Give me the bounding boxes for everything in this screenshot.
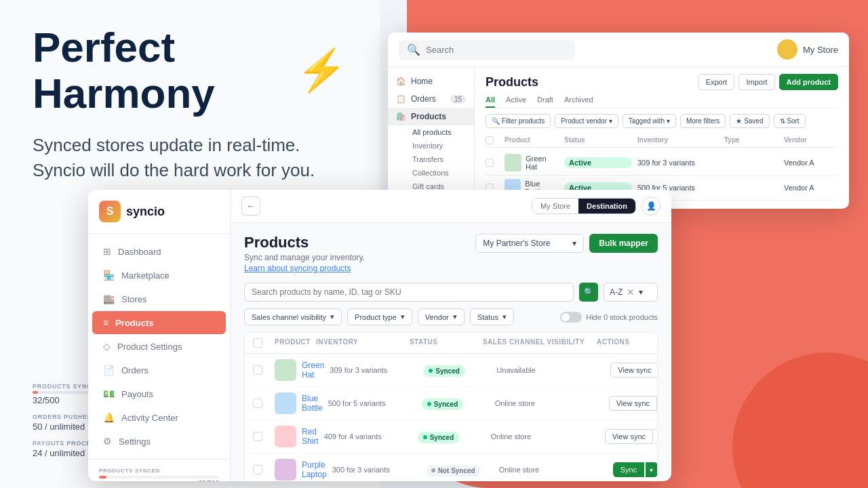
- product-row-2: Blue Bottle 500 for 5 variants Synced On…: [245, 387, 657, 420]
- syncio-search-input[interactable]: [252, 287, 566, 297]
- row1-product-name[interactable]: Green Hat: [302, 361, 324, 380]
- sidebar-item-stores[interactable]: 🏬 Stores: [92, 287, 226, 310]
- syncio-stats-panel: PRODUCTS SYNCED 32/500 ORDERS PUSHED 50 …: [88, 459, 230, 481]
- row4-channel: Online store: [499, 466, 608, 474]
- row2-checkbox[interactable]: [253, 399, 262, 408]
- row3-action-chevron[interactable]: ▾: [654, 429, 658, 444]
- sidebar-item-product-settings[interactable]: ◇ Product Settings: [92, 335, 226, 358]
- shopify-filter-vendor[interactable]: Product vendor ▾: [555, 114, 618, 128]
- row4-checkbox[interactable]: [253, 465, 262, 474]
- shopify-tab-all[interactable]: All: [486, 96, 495, 108]
- shopify-nav-products[interactable]: 🛍️ Products: [388, 108, 474, 125]
- row2-view-sync-btn[interactable]: View sync: [609, 396, 657, 411]
- syncio-logo-text: syncio: [126, 205, 165, 219]
- hide-zero-label: Hide 0 stock products: [586, 313, 658, 321]
- partner-store-select[interactable]: My Partner's Store ▾: [475, 234, 584, 253]
- shopify-sub-nav: All products Inventory Transfers Collect…: [388, 125, 474, 193]
- row4-action-chevron[interactable]: ▾: [646, 462, 658, 477]
- row1-channel: Unavailable: [496, 366, 605, 374]
- back-button[interactable]: ←: [241, 197, 260, 216]
- home-icon: 🏠: [396, 77, 406, 86]
- header-checkbox[interactable]: [253, 338, 262, 348]
- hero-title-block: Perfect Harmony ⚡: [33, 24, 347, 117]
- sidebar-stores-label: Stores: [121, 294, 147, 304]
- shopify-filter-tagged[interactable]: Tagged with ▾: [623, 114, 676, 128]
- sort-select[interactable]: A-Z ✕ ▾: [604, 283, 658, 302]
- shopify-add-product-button[interactable]: Add product: [779, 74, 838, 90]
- sidebar-item-settings[interactable]: ⚙ Settings: [92, 430, 226, 453]
- row3-product-name[interactable]: Red Shirt: [302, 427, 319, 446]
- bulk-mapper-button[interactable]: Bulk mapper: [589, 234, 658, 253]
- syncio-nav: ⊞ Dashboard 🏪 Marketplace 🏬 Stores ≡ Pro…: [88, 234, 230, 459]
- shopify-col-vendor: Vendor: [784, 136, 838, 144]
- col-actions: Actions: [597, 338, 658, 348]
- vendor-filter[interactable]: Vendor ▾: [418, 308, 465, 325]
- products-icon: ≡: [103, 317, 108, 328]
- row4-actions: Sync ▾: [613, 462, 658, 477]
- shopify-search-bar[interactable]: 🔍: [399, 40, 575, 60]
- syncio-search-button[interactable]: 🔍: [579, 283, 598, 302]
- shopify-header-checkbox[interactable]: [486, 136, 494, 144]
- shopify-tab-archived[interactable]: Archived: [564, 96, 593, 108]
- sidebar-item-payouts[interactable]: 💵 Payouts: [92, 382, 226, 405]
- shopify-tab-active[interactable]: Active: [506, 96, 526, 108]
- shopify-row1-checkbox[interactable]: [486, 159, 494, 167]
- shopify-sub-transfers[interactable]: Transfers: [404, 152, 474, 166]
- row1-checkbox[interactable]: [253, 365, 262, 375]
- shopify-sub-inventory[interactable]: Inventory: [404, 139, 474, 152]
- syncio-page-title: Products: [244, 234, 365, 251]
- row4-sync-btn[interactable]: Sync: [613, 462, 644, 477]
- user-icon-button[interactable]: 👤: [642, 197, 660, 216]
- syncio-page-actions: My Partner's Store ▾ Bulk mapper: [475, 234, 658, 253]
- row3-view-sync-btn[interactable]: View sync: [605, 429, 653, 444]
- syncio-sidebar: S syncio ⊞ Dashboard 🏪 Marketplace 🏬 Sto…: [88, 190, 231, 481]
- shopify-saved-filter[interactable]: ★ Saved: [730, 114, 769, 128]
- products-nav-icon: 🛍️: [396, 112, 406, 121]
- sidebar-item-products[interactable]: ≡ Products: [92, 311, 226, 334]
- destination-toggle-btn[interactable]: Destination: [578, 199, 635, 214]
- channel-filter-chevron: ▾: [330, 312, 334, 321]
- sidebar-item-orders[interactable]: 📄 Orders: [92, 359, 226, 382]
- shopify-sub-collections[interactable]: Collections: [404, 166, 474, 180]
- ps-fill: [99, 476, 106, 479]
- channel-filter[interactable]: Sales channel visibility ▾: [244, 308, 342, 325]
- shopify-nav-products-label: Products: [411, 112, 446, 121]
- shopify-tab-draft[interactable]: Draft: [537, 96, 553, 108]
- shopify-import-button[interactable]: Import: [738, 74, 774, 90]
- row3-status-dot: [423, 435, 427, 439]
- shopify-sub-all-products[interactable]: All products: [404, 125, 474, 139]
- row2-status-dot: [427, 402, 431, 406]
- row2-product-name[interactable]: Blue Bottle: [302, 394, 323, 413]
- shopify-vendor-2: Vendor A: [784, 184, 838, 192]
- sort-clear-icon[interactable]: ✕: [627, 287, 635, 298]
- shopify-search-input[interactable]: [426, 45, 567, 55]
- shopify-col-status: Status: [564, 136, 632, 144]
- product-row-3: Red Shirt 409 for 4 variants Synced Onli…: [245, 420, 657, 453]
- shopify-sort-btn[interactable]: ⇅ Sort: [774, 114, 806, 128]
- row2-thumb: [275, 392, 296, 414]
- sidebar-item-dashboard[interactable]: ⊞ Dashboard: [92, 240, 226, 263]
- col-product: Product: [275, 338, 311, 348]
- hide-zero-switch[interactable]: [560, 312, 582, 323]
- payouts-icon: 💵: [103, 388, 115, 399]
- col-channel: Sales Channel Visibility: [483, 338, 591, 348]
- status-filter[interactable]: Status ▾: [470, 308, 514, 325]
- shopify-nav-orders[interactable]: 📋 Orders 15: [388, 90, 474, 108]
- sidebar-item-activity-center[interactable]: 🔔 Activity Center: [92, 406, 226, 429]
- shopify-filter-more[interactable]: More filters: [680, 114, 726, 128]
- syncio-page-header: Products Sync and manage your inventory.…: [244, 234, 658, 273]
- type-filter[interactable]: Product type ▾: [347, 308, 412, 325]
- row4-product-name[interactable]: Purple Laptop: [302, 460, 327, 479]
- shopify-user-menu[interactable]: My Store: [777, 39, 838, 60]
- sidebar-item-marketplace[interactable]: 🏪 Marketplace: [92, 264, 226, 287]
- sidebar-settings-label: Settings: [119, 436, 151, 447]
- my-store-toggle-btn[interactable]: My Store: [532, 199, 578, 214]
- row3-checkbox[interactable]: [253, 432, 262, 441]
- shopify-nav-home[interactable]: 🏠 Home: [388, 73, 474, 90]
- row1-view-sync-btn[interactable]: View sync: [610, 363, 658, 378]
- shopify-filter-search[interactable]: 🔍 Filter products: [486, 114, 551, 128]
- learn-link[interactable]: Learn about syncing products: [244, 264, 365, 273]
- shopify-export-button[interactable]: Export: [698, 74, 735, 90]
- products-synced-fill: [33, 391, 38, 394]
- syncio-search-field[interactable]: [244, 283, 574, 302]
